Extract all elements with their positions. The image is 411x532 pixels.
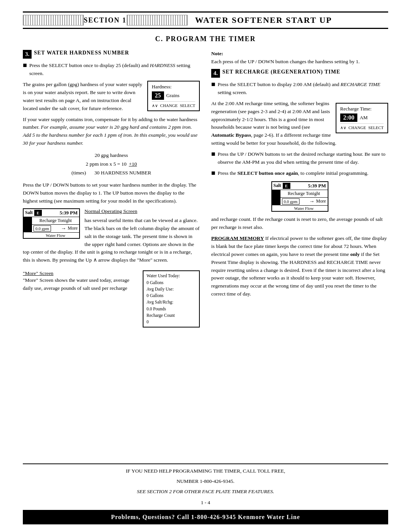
hardness-change-btn[interactable]: CHANGE	[160, 103, 178, 108]
footer-section: IF YOU NEED HELP PROGRAMMING THE TIMER, …	[23, 463, 388, 510]
recharge-value: 2:00	[340, 113, 357, 122]
header-grid-left	[23, 15, 84, 26]
more-screen-section: Water Used Today: 0 Gallons Avg Daily Us…	[23, 270, 200, 331]
screen-waterflow-label: Water Flow	[32, 232, 79, 238]
hardness-box-label: Hardness:	[152, 84, 195, 90]
hardness-av-btn[interactable]: ∧∨	[152, 103, 158, 108]
right-column: Note: Each press of the UP / DOWN button…	[211, 50, 388, 457]
bullet-icon-1: ■	[23, 62, 27, 78]
hardness-select-btn[interactable]: SELECT	[180, 103, 195, 108]
screen-right-area: Recharge Tonight 0.0 gpm → More Water Fl…	[32, 217, 79, 238]
hardness-unit: Grains	[166, 93, 180, 99]
step3-header: 3. SET WATER HARDNESS NUMBER	[23, 50, 200, 59]
section-c-title: C. PROGRAM THE TIMER	[23, 35, 388, 43]
screen2-more-label: More	[316, 198, 326, 204]
step4-number: 4.	[211, 69, 220, 78]
recharge-display-box: Recharge Time: 2:00 AM ∧∨ CHANGE SELECT	[336, 103, 388, 133]
step4-para3-bold: SELECT button once again	[237, 170, 298, 176]
note-text-content: Each press of the UP / DOWN button chang…	[211, 59, 360, 64]
program-memory-para: PROGRAM MEMORY If electrical power to th…	[211, 235, 388, 298]
math-line2-underline: +10	[129, 160, 137, 169]
screen-salt-bars	[24, 217, 32, 232]
step4-para3-pre: Press the	[218, 170, 237, 176]
recharge-av-btn[interactable]: ∧∨	[340, 125, 346, 130]
screen2-recharge-row: Recharge Tonight	[280, 190, 328, 198]
step4-para2-text: Press the UP / DOWN buttons to set the d…	[218, 150, 388, 166]
screen-arrow: →	[61, 225, 66, 232]
math-line2: 2 ppm iron x 5 = 10 +10	[23, 160, 200, 169]
screen2-arrow: →	[309, 198, 315, 204]
recharge-unit: AM	[360, 115, 368, 121]
step3-number: 3.	[23, 50, 32, 59]
more-item-2: 0 Gallons	[147, 280, 196, 286]
more-item-3: Avg Daily Use:	[147, 286, 196, 292]
footer-number: NUMBER 1-800-426-9345.	[23, 478, 388, 486]
note-label: Note:	[211, 51, 223, 56]
screen2-e-label: E	[285, 184, 288, 188]
screen2-top-bar: Salt E 5:39 PM	[272, 182, 328, 190]
screen2-gpm-box: 0.0 gpm	[282, 198, 299, 204]
screen-flow-row: 0.0 gpm → More	[32, 225, 79, 232]
footer-bottom-bar: Problems, Questions? Call 1-800-426-9345…	[23, 510, 388, 524]
more-screen-label-inline: "More" Screen	[23, 277, 53, 283]
screen2-box: Salt E 5:39 PM Recharge Tonight 0.0 gpm	[271, 181, 328, 212]
note-section: Note: Each press of the UP / DOWN button…	[211, 50, 388, 66]
recharge-value-row: 2:00 AM	[340, 113, 384, 122]
screen2-waterflow-label: Water Flow	[280, 205, 328, 211]
screen2-right-area: Recharge Tonight 0.0 gpm → More Water Fl…	[280, 190, 328, 211]
screen-recharge-row: Recharge Tonight	[32, 217, 79, 225]
step4-body3-only: only	[350, 251, 360, 257]
screen2-flow-row: 0.0 gpm → More	[280, 198, 328, 205]
bullet-icon-step4-3: ■	[211, 169, 215, 177]
more-screen-label: "More" Screen	[23, 270, 53, 276]
step3-body2-italic: For example, assume your water is 20 gpg…	[23, 124, 198, 146]
screen-main-area: Recharge Tonight 0.0 gpm → More Water Fl…	[24, 217, 79, 238]
step4-body1-section: Recharge Time: 2:00 AM ∧∨ CHANGE SELECT …	[211, 100, 388, 151]
step4-body2: and recharge count. If the recharge coun…	[211, 216, 388, 232]
more-item-6: 0.0 Pounds	[147, 306, 196, 312]
screen2-center: Salt E 5:39 PM Recharge Tonight 0.0 gpm	[211, 181, 388, 212]
step4-para1-text: Press the SELECT button to display 2:00 …	[218, 81, 388, 97]
recharge-box-label: Recharge Time:	[340, 106, 384, 112]
recharge-time-italic: RECHARGE TIME	[341, 81, 381, 87]
screen-salt-label: Salt	[25, 210, 33, 216]
footer-italic: SEE SECTION 2 FOR OTHER FACE PLATE TIMER…	[23, 488, 388, 496]
screen-top-bar: Salt E 5:39 PM	[24, 209, 79, 217]
left-column: 3. SET WATER HARDNESS NUMBER ■ Press the…	[23, 50, 200, 457]
math-line3: (times) 30 HARDNESS NUMBER	[23, 169, 200, 177]
hardness-display-box: Hardness: 25 Grains ∧∨ CHANGE SELECT	[147, 81, 200, 111]
step4-body1-pre: At the 2:00 AM recharge time setting, th…	[211, 101, 330, 130]
step3-title: SET WATER HARDNESS NUMBER	[34, 50, 129, 56]
screen-time: 5:39 PM	[60, 210, 78, 216]
more-item-1: Water Used Today:	[147, 273, 196, 279]
hardness-value-row: 25 Grains	[152, 91, 195, 100]
bullet-icon-step4-2: ■	[211, 150, 215, 166]
step3-body2: If your water supply contains iron, comp…	[23, 116, 200, 148]
more-screen-box: Water Used Today: 0 Gallons Avg Daily Us…	[143, 270, 200, 328]
math-line3-post: 30 HARDNESS NUMBER	[94, 169, 151, 177]
math-line3-pre: (times)	[72, 169, 86, 177]
screen2-salt-bars	[272, 190, 280, 205]
recharge-select-btn[interactable]: SELECT	[368, 125, 384, 130]
more-item-7: Recharge Count	[147, 312, 196, 319]
header-title: WATER SOFTENER START UP	[195, 15, 388, 25]
normal-screen-label: Normal Operating Screen	[84, 208, 137, 214]
step4-body3-post: if the Set Present Time display is showi…	[211, 251, 385, 297]
math-line2-pre: 2 ppm iron x 5 = 10	[86, 160, 126, 169]
step4-header: 4. SET RECHARGE (REGENERATION) TIME	[211, 69, 388, 78]
header-section-label: SECTION 1	[84, 16, 127, 24]
normal-screen-section: Salt E 5:39 PM Recharge Tonight 0.0 gpm	[23, 208, 200, 268]
hardness-italic: HARDNESS	[150, 62, 175, 68]
hardness-buttons: ∧∨ CHANGE SELECT	[152, 101, 195, 108]
screen-gpm-box: 0.0 gpm	[33, 225, 51, 232]
more-item-5: Avg Salt/Rchg:	[147, 299, 196, 305]
screen-e-label: E	[37, 211, 39, 215]
screen-more-label: More	[68, 225, 78, 231]
step3-body1-section: Hardness: 25 Grains ∧∨ CHANGE SELECT The…	[23, 81, 200, 116]
step3-para2: Press the UP / DOWN buttons to set your …	[23, 181, 200, 205]
normal-screen-box: Salt E 5:39 PM Recharge Tonight 0.0 gpm	[23, 208, 80, 239]
step3-bullet1: ■ Press the SELECT button once to displa…	[23, 62, 200, 78]
screen2-time: 5:39 PM	[308, 183, 326, 189]
auto-bypass-bold: Automatic Bypass	[211, 132, 251, 138]
recharge-change-btn[interactable]: CHANGE	[349, 125, 366, 130]
